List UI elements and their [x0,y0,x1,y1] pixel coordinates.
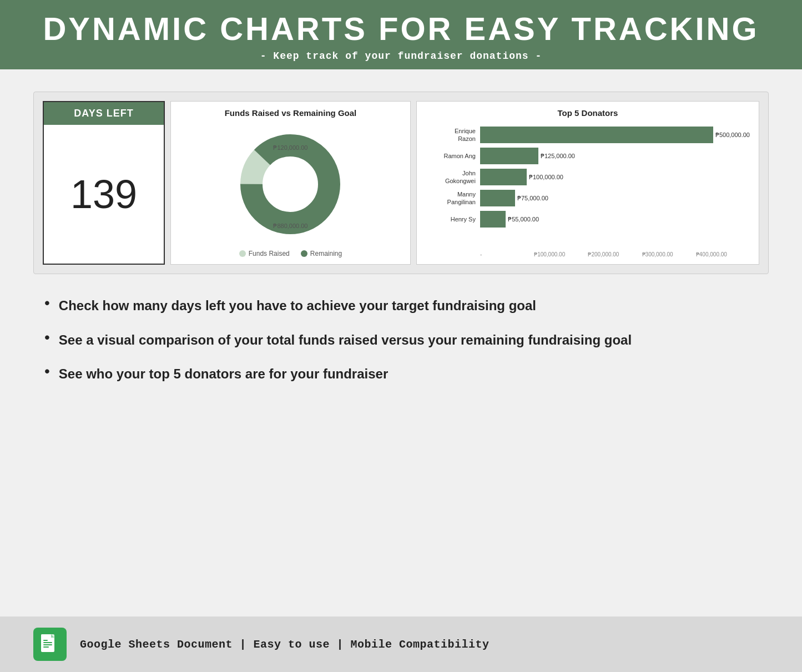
bar-row: Ramon Ang₱125,000.00 [426,148,750,164]
bar-fill [480,127,713,143]
bar-chart-title: Top 5 Donators [426,108,750,118]
header-title: DYNAMIC CHARTS FOR EASY TRACKING [22,10,780,47]
legend-raised-dot [239,250,246,257]
legend-remaining: Remaining [301,250,342,257]
bar-track: ₱100,000.00 [480,169,750,185]
bar-chart-card: Top 5 Donators Enrique Razon₱500,000.00R… [416,101,759,265]
bar-value-label: ₱75,000.00 [517,195,548,202]
svg-rect-5 [43,642,52,643]
sheets-icon [33,628,67,661]
footer: Google Sheets Document | Easy to use | M… [0,617,802,672]
bar-track: ₱125,000.00 [480,148,750,164]
bar-row: John Gokongwei₱100,000.00 [426,169,750,185]
bullet-dot: • [44,294,50,312]
days-left-label: DAYS LEFT [44,102,164,125]
bar-value-label: ₱500,000.00 [715,132,750,139]
donut-remaining-label: ₱880,000.00 [273,223,307,230]
bar-track: ₱75,000.00 [480,190,750,206]
charts-row: DAYS LEFT 139 Funds Raised vs Remaining … [33,92,769,274]
bullet-dot: • [44,329,50,346]
bar-value-label: ₱55,000.00 [508,216,539,223]
donut-chart-card: Funds Raised vs Remaining Goal ₱120,000.… [170,101,411,265]
bullet-item: •See a visual comparison of your total f… [44,331,758,350]
svg-rect-6 [43,644,52,645]
donut-chart-visual: ₱120,000.00 ₱880,000.00 [229,123,351,245]
bar-name: Ramon Ang [426,152,476,160]
legend-remaining-dot [301,250,307,257]
svg-point-2 [265,159,315,209]
donut-raised-label: ₱120,000.00 [273,144,307,151]
bullet-text: See a visual comparison of your total fu… [59,331,632,350]
bullet-dot: • [44,362,50,380]
bar-name: John Gokongwei [426,169,476,185]
bar-row: Manny Pangilinan₱75,000.00 [426,190,750,206]
legend-raised: Funds Raised [239,250,290,257]
bar-chart-area: Enrique Razon₱500,000.00Ramon Ang₱125,00… [426,127,750,249]
bar-name: Henry Sy [426,215,476,223]
bar-row: Enrique Razon₱500,000.00 [426,127,750,143]
days-left-card: DAYS LEFT 139 [43,101,165,265]
bar-track: ₱500,000.00 [480,127,750,143]
bar-value-label: ₱125,000.00 [541,153,575,160]
bar-name: Enrique Razon [426,127,476,143]
bar-axis-label: ₱300,000.00 [642,251,696,257]
bar-axis: -₱100,000.00₱200,000.00₱300,000.00₱400,0… [480,251,750,257]
bar-fill [480,148,538,164]
bar-axis-label: ₱400,000.00 [696,251,750,257]
svg-rect-7 [43,646,49,648]
main-content: DAYS LEFT 139 Funds Raised vs Remaining … [0,69,802,617]
bar-fill [480,211,506,228]
bar-axis-label: - [480,251,534,257]
bar-value-label: ₱100,000.00 [529,174,563,181]
donut-chart-title: Funds Raised vs Remaining Goal [225,108,357,118]
bullet-item: •See who your top 5 donators are for you… [44,365,758,383]
bar-axis-label: ₱200,000.00 [588,251,642,257]
legend-remaining-label: Remaining [310,250,342,257]
bar-fill [480,169,527,185]
bar-name: Manny Pangilinan [426,190,476,206]
header-subtitle: - Keep track of your fundraiser donation… [22,50,780,62]
bullet-text: Check how many days left you have to ach… [59,296,536,315]
bar-fill [480,190,515,206]
header: DYNAMIC CHARTS FOR EASY TRACKING - Keep … [0,0,802,69]
bullet-points: •Check how many days left you have to ac… [33,291,769,389]
bullet-item: •Check how many days left you have to ac… [44,296,758,315]
bar-track: ₱55,000.00 [480,211,750,228]
days-left-number: 139 [44,125,164,264]
svg-rect-8 [43,640,48,641]
donut-legend: Funds Raised Remaining [239,250,342,257]
footer-text: Google Sheets Document | Easy to use | M… [80,638,490,651]
bar-axis-label: ₱100,000.00 [534,251,588,257]
bar-row: Henry Sy₱55,000.00 [426,211,750,228]
bullet-text: See who your top 5 donators are for your… [59,365,388,383]
legend-raised-label: Funds Raised [249,250,290,257]
